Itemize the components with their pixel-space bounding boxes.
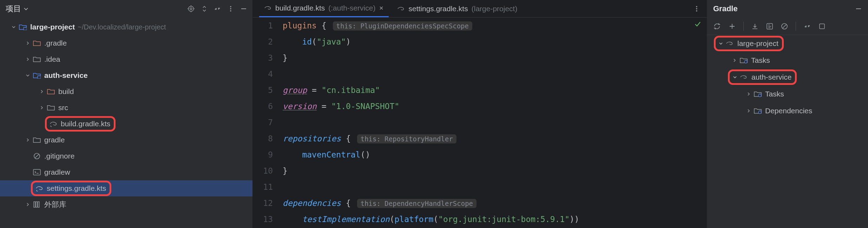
- download-icon[interactable]: [751, 23, 758, 30]
- gradle-tree: large-project Tasks auth-service Tasks: [707, 35, 868, 119]
- code-editor[interactable]: 1 2 3 4 5 6 7 8 9 10 11 12 13 plugins { …: [253, 18, 706, 228]
- code-token: (: [312, 37, 317, 46]
- chevron-right-icon[interactable]: [25, 201, 31, 208]
- tree-item-external-libs[interactable]: 外部库: [0, 196, 252, 213]
- gradle-tasks[interactable]: Tasks: [707, 52, 868, 69]
- tree-item-idea-dir[interactable]: .idea: [0, 51, 252, 67]
- line-number: 10: [253, 163, 273, 179]
- tree-label: src: [58, 103, 68, 112]
- project-tree: large-project ~/Dev.localized/large-proj…: [0, 18, 252, 213]
- code-token: group: [283, 86, 307, 95]
- code-token: =: [317, 102, 331, 111]
- check-icon[interactable]: [694, 20, 702, 28]
- collapse-icon[interactable]: [214, 5, 221, 13]
- gradle-deps-label: Dependencies: [765, 107, 812, 115]
- collapse-icon[interactable]: [804, 23, 811, 30]
- svg-point-22: [758, 111, 761, 114]
- tab-context: (large-project): [472, 5, 518, 13]
- tree-item-settings-gradle-kts[interactable]: settings.gradle.kts: [0, 180, 252, 196]
- gradle-icon: [725, 40, 735, 47]
- highlight-annotation: build.gradle.kts: [45, 116, 116, 132]
- settings-icon[interactable]: [818, 23, 826, 30]
- code-token: (: [390, 215, 395, 224]
- chevron-down-icon[interactable]: [732, 74, 738, 80]
- gradle-icon: [739, 74, 749, 80]
- svg-point-3: [230, 8, 231, 9]
- tree-label: settings.gradle.kts: [47, 184, 106, 193]
- svg-rect-12: [38, 202, 39, 207]
- expand-sort-icon[interactable]: [201, 5, 208, 13]
- chevron-right-icon[interactable]: [25, 137, 31, 143]
- code-token: platform: [395, 215, 434, 224]
- svg-point-2: [230, 6, 231, 7]
- code-token: {: [317, 21, 327, 30]
- gradle-subproject[interactable]: auth-service: [707, 69, 868, 86]
- more-icon[interactable]: [227, 5, 234, 13]
- tree-item-build-gradle-kts[interactable]: build.gradle.kts: [0, 116, 252, 132]
- tree-label: .gitignore: [44, 152, 74, 160]
- chevron-down-icon[interactable]: [25, 72, 31, 79]
- tab-label: build.gradle.kts: [275, 4, 325, 12]
- tab-context: (:auth-service): [328, 4, 375, 12]
- svg-rect-16: [856, 8, 861, 9]
- chevron-right-icon[interactable]: [39, 105, 45, 111]
- gradle-tasks-label: Tasks: [751, 56, 770, 65]
- minimize-icon[interactable]: [855, 6, 862, 12]
- chevron-down-icon[interactable]: [11, 24, 17, 30]
- chevron-right-icon[interactable]: [25, 40, 31, 46]
- chevron-right-icon[interactable]: [745, 108, 752, 114]
- line-number: 6: [253, 98, 273, 114]
- line-number: 7: [253, 114, 273, 130]
- gradle-sub-tasks[interactable]: Tasks: [707, 86, 868, 102]
- chevron-down-icon: [23, 6, 29, 12]
- tab-settings-gradle[interactable]: settings.gradle.kts (large-project): [392, 0, 522, 17]
- stop-icon[interactable]: [781, 23, 788, 30]
- line-number: 11: [253, 179, 273, 195]
- minimize-icon[interactable]: [241, 6, 247, 12]
- ignore-file-icon: [32, 153, 41, 160]
- chevron-right-icon[interactable]: [731, 57, 738, 63]
- tree-item-auth-service[interactable]: auth-service: [0, 67, 252, 83]
- code-token: repositories: [283, 134, 341, 143]
- svg-point-0: [189, 6, 194, 12]
- chevron-right-icon[interactable]: [25, 56, 31, 62]
- folder-excluded-icon: [46, 88, 55, 95]
- tree-item-gitignore[interactable]: .gitignore: [0, 148, 252, 164]
- project-panel-title[interactable]: 项目: [6, 4, 29, 14]
- tree-item-gradle-folder[interactable]: gradle: [0, 132, 252, 148]
- more-icon[interactable]: [693, 5, 700, 13]
- tree-item-src[interactable]: src: [0, 100, 252, 116]
- line-number: 8: [253, 130, 273, 147]
- gradle-dependencies[interactable]: Dependencies: [707, 102, 868, 119]
- code-token: "org.junit:junit-bom:5.9.1": [438, 215, 570, 224]
- add-icon[interactable]: [729, 23, 736, 30]
- tree-item-gradlew[interactable]: gradlew: [0, 164, 252, 180]
- tree-label: gradle: [44, 136, 65, 144]
- chevron-down-icon[interactable]: [718, 40, 724, 47]
- tree-root[interactable]: large-project ~/Dev.localized/large-proj…: [0, 19, 252, 35]
- tab-build-gradle[interactable]: build.gradle.kts (:auth-service): [259, 0, 389, 17]
- execute-icon[interactable]: [766, 23, 773, 30]
- folder-icon: [46, 105, 55, 111]
- code-token: "java": [317, 37, 346, 46]
- target-icon[interactable]: [187, 5, 195, 13]
- chevron-right-icon[interactable]: [745, 91, 752, 97]
- gradle-root[interactable]: large-project: [707, 35, 868, 52]
- code-token: ): [346, 37, 351, 46]
- deps-folder-icon: [753, 108, 762, 114]
- line-number: 4: [253, 66, 273, 82]
- svg-point-20: [744, 60, 747, 63]
- refresh-icon[interactable]: [713, 22, 721, 30]
- folder-excluded-icon: [32, 40, 41, 46]
- tree-item-build[interactable]: build: [0, 83, 252, 100]
- chevron-right-icon[interactable]: [39, 88, 45, 95]
- code-token: "cn.itbaima": [322, 86, 380, 95]
- gradle-file-icon: [49, 120, 58, 127]
- tree-label: gradlew: [44, 168, 70, 176]
- tree-item-gradle-dir[interactable]: .gradle: [0, 35, 252, 51]
- gradle-title: Gradle: [713, 4, 738, 13]
- close-icon[interactable]: [379, 6, 384, 11]
- tree-label: build: [58, 87, 74, 96]
- project-panel-header: 项目: [0, 0, 252, 18]
- code-body[interactable]: plugins { this: PluginDependenciesSpecSc…: [283, 18, 706, 228]
